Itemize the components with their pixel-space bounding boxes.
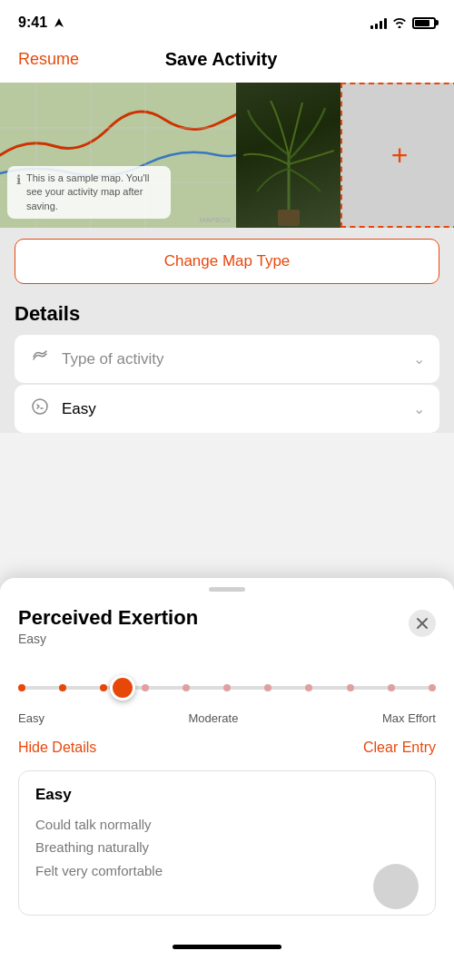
clear-entry-button[interactable]: Clear Entry: [363, 740, 436, 756]
actions-row: Hide Details Clear Entry: [0, 729, 454, 767]
wifi-icon: [392, 17, 407, 28]
nav-bar: Resume Save Activity: [0, 40, 454, 83]
slider-dot-1: [18, 684, 25, 691]
close-button[interactable]: [409, 610, 436, 637]
details-card-item-3: Felt very comfortable: [35, 859, 419, 883]
scroll-indicator: [373, 864, 419, 909]
slider-thumb[interactable]: [110, 675, 135, 701]
signal-icon: [370, 16, 387, 29]
page-title: Save Activity: [165, 49, 278, 70]
plus-icon: +: [391, 139, 409, 172]
close-icon: [416, 617, 429, 630]
activity-type-label: Type of activity: [62, 350, 413, 368]
map-section: ℹ This is a sample map. You'll see your …: [0, 83, 454, 228]
slider-dot-6: [223, 684, 231, 691]
slider-dot-2: [59, 684, 66, 691]
difficulty-row[interactable]: Easy ⌄: [15, 385, 439, 433]
details-heading: Details: [15, 295, 439, 335]
details-card-item-1: Could talk normally: [35, 813, 419, 837]
slider-max-label: Max Effort: [382, 711, 436, 725]
slider-dot-9: [347, 684, 354, 691]
slider-dot-5: [183, 684, 190, 691]
hide-details-button[interactable]: Hide Details: [18, 740, 96, 756]
drag-handle[interactable]: [209, 587, 245, 592]
sheet-handle: [0, 578, 454, 595]
slider-dot-3: [100, 684, 107, 691]
slider-dot-11: [429, 684, 436, 691]
navigation-icon: [54, 17, 64, 28]
slider-dot-7: [264, 684, 271, 691]
status-time-group: 9:41: [18, 15, 64, 31]
status-bar: 9:41: [0, 0, 454, 40]
resume-button[interactable]: Resume: [18, 50, 79, 69]
map-info-text: This is a sample map. You'll see your ac…: [26, 172, 162, 213]
difficulty-value: Easy: [62, 400, 413, 418]
activity-type-row[interactable]: Type of activity ⌄: [15, 335, 439, 383]
sheet-subtitle: Easy: [18, 632, 198, 646]
difficulty-icon: [29, 397, 51, 420]
battery-icon: [412, 17, 436, 29]
sheet-title: Perceived Exertion: [18, 606, 198, 630]
slider-track[interactable]: [18, 686, 436, 690]
slider-dot-4: [142, 684, 149, 691]
map-info-overlay: ℹ This is a sample map. You'll see your …: [7, 166, 171, 219]
details-card: Easy Could talk normally Breathing natur…: [18, 770, 436, 916]
change-map-button[interactable]: Change Map Type: [15, 239, 439, 284]
slider-labels: Easy Moderate Max Effort: [18, 708, 436, 725]
main-content: ℹ This is a sample map. You'll see your …: [0, 83, 454, 433]
slider-min-label: Easy: [18, 711, 44, 725]
slider-container[interactable]: Easy Moderate Max Effort: [0, 650, 454, 729]
details-section: Details Type of activity ⌄ Easy ⌄: [0, 295, 454, 433]
chevron-down-icon: ⌄: [413, 350, 425, 368]
svg-rect-6: [278, 210, 300, 226]
sheet-header: Perceived Exertion Easy: [0, 595, 454, 650]
slider-dot-10: [388, 684, 395, 691]
status-icons: [370, 16, 436, 29]
activity-icon: [29, 348, 51, 370]
map-thumbnail[interactable]: ℹ This is a sample map. You'll see your …: [0, 83, 236, 228]
details-card-title: Easy: [35, 786, 419, 804]
slider-dots: [18, 684, 436, 691]
plant-image: [243, 101, 334, 228]
home-indicator: [0, 937, 454, 953]
map-logo: MAPBOX: [200, 216, 231, 224]
add-photo-button[interactable]: +: [340, 83, 454, 228]
home-bar: [173, 945, 281, 949]
bottom-sheet: Perceived Exertion Easy: [0, 578, 454, 981]
details-card-item-2: Breathing naturally: [35, 836, 419, 859]
photo-thumbnail[interactable]: [236, 83, 340, 228]
info-icon: ℹ: [16, 172, 21, 187]
sheet-title-group: Perceived Exertion Easy: [18, 606, 198, 646]
slider-dot-8: [305, 684, 312, 691]
difficulty-chevron-icon: ⌄: [413, 400, 425, 417]
time-display: 9:41: [18, 15, 47, 31]
slider-mid-label: Moderate: [188, 711, 238, 725]
